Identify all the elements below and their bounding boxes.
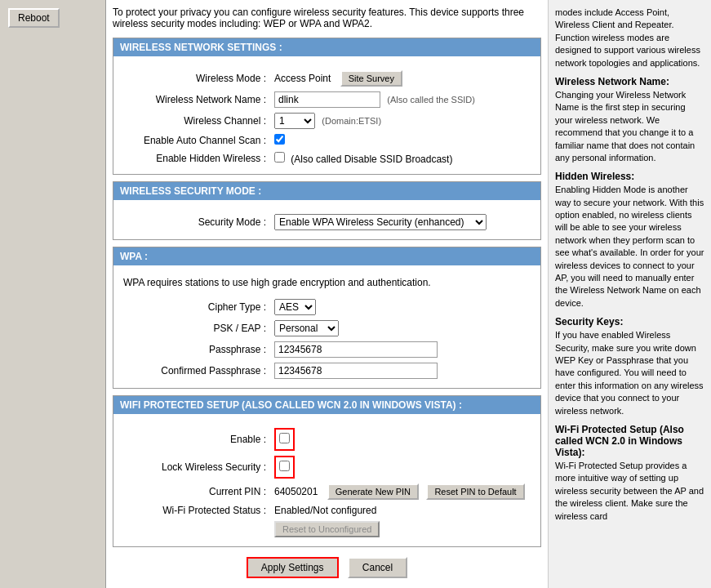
- wcn-content: Enable : Lock Wireless Security :: [113, 419, 540, 546]
- generate-pin-button[interactable]: Generate New PIN: [327, 483, 419, 500]
- wifi-protected-setup-help-text: Wi-Fi Protected Setup provides a more in…: [555, 460, 704, 523]
- lock-wireless-value-cell: [270, 453, 531, 481]
- wireless-channel-row: Wireless Channel : 1 (Domain:ETSI): [123, 110, 531, 131]
- lock-wireless-highlight-box: [274, 456, 295, 479]
- enable-checkbox[interactable]: [279, 433, 290, 443]
- domain-note: (Domain:ETSI): [322, 116, 381, 126]
- wireless-mode-row: Wireless Mode : Access Point Site Survey: [123, 68, 531, 89]
- security-mode-table: Security Mode : None Enable WEP Wireless…: [123, 212, 531, 233]
- enable-label: Enable :: [123, 425, 270, 453]
- bottom-buttons: Apply Settings Cancel: [113, 557, 541, 578]
- wpa-content: WPA requires stations to use high grade …: [113, 270, 540, 388]
- hidden-wireless-help-text: Enabling Hidden Mode is another way to s…: [555, 184, 704, 310]
- auto-channel-label: Enable Auto Channel Scan :: [123, 131, 270, 149]
- wifi-protected-setup-help-title: Wi-Fi Protected Setup (Also called WCN 2…: [555, 424, 704, 458]
- reboot-button[interactable]: Reboot: [8, 8, 60, 28]
- wireless-settings-table: Wireless Mode : Access Point Site Survey…: [123, 68, 531, 167]
- hidden-wireless-checkbox[interactable]: [274, 152, 285, 163]
- enable-value-cell: [270, 425, 531, 453]
- wireless-network-settings-section: WIRELESS NETWORK SETTINGS : Wireless Mod…: [113, 38, 541, 175]
- wcn-header: WIFI PROTECTED SETUP (ALSO CALLED WCN 2.…: [113, 396, 540, 414]
- hidden-wireless-note: (Also called Disable SSID Broadcast): [291, 154, 452, 165]
- main-content: To protect your privacy you can configur…: [106, 0, 548, 588]
- lock-wireless-label: Lock Wireless Security :: [123, 453, 270, 481]
- confirmed-passphrase-input[interactable]: [274, 363, 438, 379]
- wifi-status-row: Wi-Fi Protected Status : Enabled/Not con…: [123, 502, 531, 519]
- site-survey-button[interactable]: Site Survey: [340, 70, 402, 87]
- wireless-channel-label: Wireless Channel :: [123, 110, 270, 131]
- wireless-network-settings-header: WIRELESS NETWORK SETTINGS :: [113, 38, 540, 56]
- auto-channel-checkbox[interactable]: [274, 134, 285, 145]
- cipher-type-select[interactable]: AES TKIP: [274, 299, 316, 315]
- wireless-network-settings-content: Wireless Mode : Access Point Site Survey…: [113, 61, 540, 174]
- hidden-wireless-value-cell: (Also called Disable SSID Broadcast): [270, 149, 531, 167]
- current-pin-row: Current PIN : 64050201 Generate New PIN …: [123, 481, 531, 502]
- wifi-status-value-cell: Enabled/Not configured: [270, 502, 531, 519]
- current-pin-value: 64050201: [274, 486, 318, 497]
- wireless-mode-value-cell: Access Point Site Survey: [270, 68, 531, 89]
- enable-row: Enable :: [123, 425, 531, 453]
- wifi-status-label: Wi-Fi Protected Status :: [123, 502, 270, 519]
- current-pin-value-cell: 64050201 Generate New PIN Reset PIN to D…: [270, 481, 531, 502]
- psk-eap-value-cell: Personal Enterprise: [270, 318, 531, 339]
- wireless-network-name-label: Wireless Network Name :: [123, 89, 270, 110]
- security-keys-help-title: Security Keys:: [555, 316, 704, 327]
- security-mode-row: Security Mode : None Enable WEP Wireless…: [123, 212, 531, 233]
- left-panel: Reboot: [0, 0, 106, 588]
- security-keys-help-text: If you have enabled Wireless Security, m…: [555, 329, 704, 417]
- wcn-table: Enable : Lock Wireless Security :: [123, 425, 531, 540]
- passphrase-label: Passphrase :: [123, 339, 270, 360]
- passphrase-input[interactable]: [274, 341, 438, 358]
- current-pin-label: Current PIN :: [123, 481, 270, 502]
- wireless-security-mode-header: WIRELESS SECURITY MODE :: [113, 182, 540, 200]
- ssid-note: (Also called the SSID): [387, 95, 475, 105]
- right-help-panel: modes include Access Point, Wireless Cli…: [548, 0, 711, 588]
- enable-highlight-box: [274, 428, 295, 451]
- auto-channel-value-cell: [270, 131, 531, 149]
- wireless-channel-value-cell: 1 (Domain:ETSI): [270, 110, 531, 131]
- wifi-protected-setup-section: WIFI PROTECTED SETUP (ALSO CALLED WCN 2.…: [113, 395, 541, 547]
- wireless-network-name-help-text: Changing your Wireless Network Name is t…: [555, 89, 704, 164]
- hidden-wireless-label: Enable Hidden Wireless :: [123, 149, 270, 167]
- wireless-network-name-help-title: Wireless Network Name:: [555, 76, 704, 87]
- intro-text: To protect your privacy you can configur…: [113, 7, 541, 29]
- wpa-section: WPA : WPA requires stations to use high …: [113, 247, 541, 389]
- wpa-description: WPA requires stations to use high grade …: [123, 277, 531, 288]
- security-mode-label: Security Mode :: [123, 212, 270, 233]
- confirmed-passphrase-row: Confirmed Passphrase :: [123, 360, 531, 381]
- wireless-mode-value: Access Point: [274, 73, 331, 84]
- right-intro-text: modes include Access Point, Wireless Cli…: [555, 7, 704, 69]
- confirmed-passphrase-label: Confirmed Passphrase :: [123, 360, 270, 381]
- hidden-wireless-help-title: Hidden Wireless:: [555, 171, 704, 182]
- cipher-type-label: Cipher Type :: [123, 296, 270, 318]
- cancel-button[interactable]: Cancel: [348, 557, 407, 578]
- wireless-network-name-input[interactable]: [274, 91, 380, 108]
- psk-eap-row: PSK / EAP : Personal Enterprise: [123, 318, 531, 339]
- wireless-channel-select[interactable]: 1: [274, 113, 315, 129]
- lock-wireless-checkbox[interactable]: [279, 461, 290, 471]
- wireless-security-mode-content: Security Mode : None Enable WEP Wireless…: [113, 205, 540, 239]
- passphrase-row: Passphrase :: [123, 339, 531, 360]
- reset-unconfigured-value-cell: Reset to Unconfigured: [270, 519, 531, 540]
- hidden-wireless-row: Enable Hidden Wireless : (Also called Di…: [123, 149, 531, 167]
- psk-eap-label: PSK / EAP :: [123, 318, 270, 339]
- apply-settings-button[interactable]: Apply Settings: [247, 557, 339, 578]
- psk-eap-select[interactable]: Personal Enterprise: [274, 320, 339, 336]
- wireless-security-mode-section: WIRELESS SECURITY MODE : Security Mode :…: [113, 181, 541, 240]
- lock-wireless-row: Lock Wireless Security :: [123, 453, 531, 481]
- security-mode-value-cell: None Enable WEP Wireless Security (basic…: [270, 212, 531, 233]
- wpa-table: Cipher Type : AES TKIP PSK / EAP : Perso…: [123, 296, 531, 381]
- wifi-status-value: Enabled/Not configured: [274, 505, 376, 516]
- reset-unconfigured-button[interactable]: Reset to Unconfigured: [274, 521, 380, 537]
- wireless-mode-label: Wireless Mode :: [123, 68, 270, 89]
- passphrase-value-cell: [270, 339, 531, 360]
- auto-channel-row: Enable Auto Channel Scan :: [123, 131, 531, 149]
- cipher-type-row: Cipher Type : AES TKIP: [123, 296, 531, 318]
- reset-pin-button[interactable]: Reset PIN to Default: [426, 483, 524, 500]
- reset-unconfigured-empty-label: [123, 519, 270, 540]
- wireless-network-name-row: Wireless Network Name : (Also called the…: [123, 89, 531, 110]
- security-mode-select[interactable]: None Enable WEP Wireless Security (basic…: [274, 214, 487, 230]
- cipher-type-value-cell: AES TKIP: [270, 296, 531, 318]
- confirmed-passphrase-value-cell: [270, 360, 531, 381]
- wpa-header: WPA :: [113, 247, 540, 265]
